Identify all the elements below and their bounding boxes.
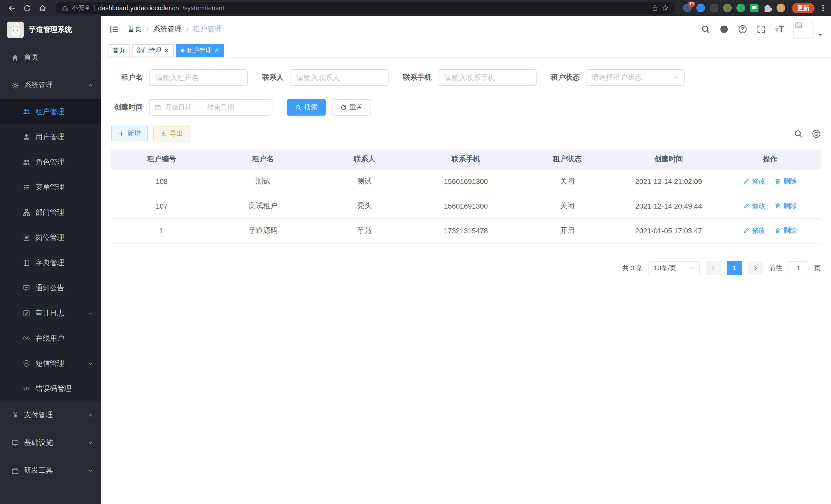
edit-pencil-icon [743,203,750,209]
extensions-puzzle-icon[interactable] [763,4,772,12]
cell-contact: 秃头 [314,194,415,218]
edit-pencil-icon [743,227,750,234]
toggle-search-icon[interactable] [794,129,803,138]
sidebar-item-system[interactable]: 系统管理 [0,71,101,99]
tenant-name-label: 租户名 [111,73,143,82]
user-avatar[interactable] [793,20,812,39]
sidebar-item-post[interactable]: 岗位管理 [0,225,101,250]
cell-actions: 修改删除 [719,194,821,218]
sidebar-item-user[interactable]: 用户管理 [0,124,101,149]
warning-triangle-icon [62,5,68,11]
sidebar-item-error-code[interactable]: 错误码管理 [0,376,101,401]
url-host[interactable]: dashboard.yudao.iocoder.cn [98,4,179,11]
export-button[interactable]: 导出 [153,126,190,141]
roles-icon [23,158,30,166]
sidebar-item-dict[interactable]: 字典管理 [0,250,101,275]
start-date-placeholder[interactable]: 开始日期 [165,103,192,112]
edit-link[interactable]: 修改 [743,201,766,211]
date-range-picker[interactable]: 开始日期 - 结束日期 [149,99,273,116]
close-icon[interactable] [214,48,220,53]
total-count: 共 3 条 [622,263,643,272]
phone-input[interactable] [438,69,537,86]
extension-icon-blue[interactable] [696,4,705,12]
extension-icon-badge[interactable]: 10 [683,4,692,12]
delete-link[interactable]: 删除 [775,201,797,211]
page-number-current[interactable]: 1 [727,261,742,275]
browser-back-button[interactable] [5,1,19,14]
extension-icon-dark[interactable] [710,4,718,12]
contact-label: 联系人 [262,73,284,82]
sidebar-item-home[interactable]: 首页 [0,44,101,71]
profile-avatar-icon[interactable] [776,4,785,12]
add-button[interactable]: 新增 [111,126,148,141]
sidebar-item-notice[interactable]: 通知公告 [0,275,101,301]
cell-status: 关闭 [516,194,618,218]
sidebar-item-dept[interactable]: 部门管理 [0,200,101,225]
sidebar-item-devtools[interactable]: 研发工具 [0,457,101,484]
status-select[interactable]: 请选择租户状态 [586,69,685,86]
url-path[interactable]: /system/tenant [182,4,224,11]
close-icon[interactable] [164,48,169,53]
column-header: 联系手机 [415,149,517,169]
end-date-placeholder[interactable]: 结束日期 [207,103,234,112]
github-icon[interactable] [720,25,729,34]
browser-update-button[interactable]: 更新 [792,3,814,13]
tenant-name-input[interactable] [149,69,248,86]
cell-phone: 15601691300 [415,169,517,194]
breadcrumb-item[interactable]: 首页 [127,25,142,34]
help-icon[interactable] [738,25,747,34]
sidebar-item-label: 错误码管理 [35,384,71,393]
delete-link[interactable]: 删除 [775,226,797,235]
search-button[interactable]: 搜索 [287,99,326,116]
sidebar-item-audit-log[interactable]: 审计日志 [0,301,101,326]
edit-link[interactable]: 修改 [743,226,766,235]
next-page-button[interactable] [748,261,763,275]
sidebar-item-infra[interactable]: 基础设施 [0,429,101,457]
tab-tenant[interactable]: 租户管理 [176,44,224,57]
edit-link[interactable]: 修改 [743,177,766,186]
sidebar-item-role[interactable]: 角色管理 [0,149,101,175]
sidebar-item-online-user[interactable]: 在线用户 [0,326,101,351]
delete-link[interactable]: 删除 [775,177,797,186]
pagination: 共 3 条 10条/页 1 前往 页 [111,261,821,275]
sms-shield-icon [23,360,30,367]
search-icon[interactable] [701,25,711,34]
address-bar[interactable]: 不安全 dashboard.yudao.iocoder.cn/system/te… [56,2,675,14]
prev-page-button[interactable] [706,261,721,275]
table-row: 108 测试 测试 15601691300 关闭 2021-12-14 21:0… [111,169,821,194]
payment-yen-icon [11,411,19,419]
page-size-select[interactable]: 10条/页 [649,261,700,275]
bookmark-star-icon[interactable] [662,5,668,11]
screen: 不安全 dashboard.yudao.iocoder.cn/system/te… [0,0,831,504]
extension-icon-olive[interactable] [723,4,732,12]
sidebar-item-label: 首页 [24,53,38,62]
caret-down-icon[interactable] [818,32,823,37]
contact-input[interactable] [290,69,389,86]
browser-refresh-button[interactable] [21,1,34,14]
sidebar-item-menu[interactable]: 菜单管理 [0,175,101,200]
sidebar-item-payment[interactable]: 支付管理 [0,401,101,429]
breadcrumb-item[interactable]: 系统管理 [153,25,182,34]
fullscreen-icon[interactable] [757,25,766,34]
refresh-table-icon[interactable] [812,129,821,138]
cell-created: 2021-12-14 21:02:09 [618,169,719,194]
cell-phone: 15601691300 [415,194,517,218]
security-label[interactable]: 不安全 [72,4,90,12]
sidebar-item-tenant[interactable]: 租户管理 [0,99,101,124]
sidebar-fold-icon[interactable] [109,24,119,34]
extension-icon-chat[interactable] [750,4,758,12]
extension-icon-green[interactable] [737,4,745,12]
sidebar-item-sms[interactable]: 短信管理 [0,351,101,376]
table-tools [794,129,821,138]
browser-home-button[interactable] [36,1,49,14]
share-icon[interactable] [652,5,658,11]
reset-button[interactable]: 重置 [332,99,371,116]
font-size-icon[interactable]: TT [775,25,784,33]
app-logo[interactable]: 芋道管理系统 [0,16,101,44]
browser-menu-icon[interactable] [820,5,826,11]
create-time-label: 创建时间 [111,103,143,112]
jump-page-input[interactable] [788,261,808,275]
user-icon [23,133,30,141]
tab-dept[interactable]: 部门管理 [132,44,174,57]
tab-home[interactable]: 首页 [108,44,130,57]
